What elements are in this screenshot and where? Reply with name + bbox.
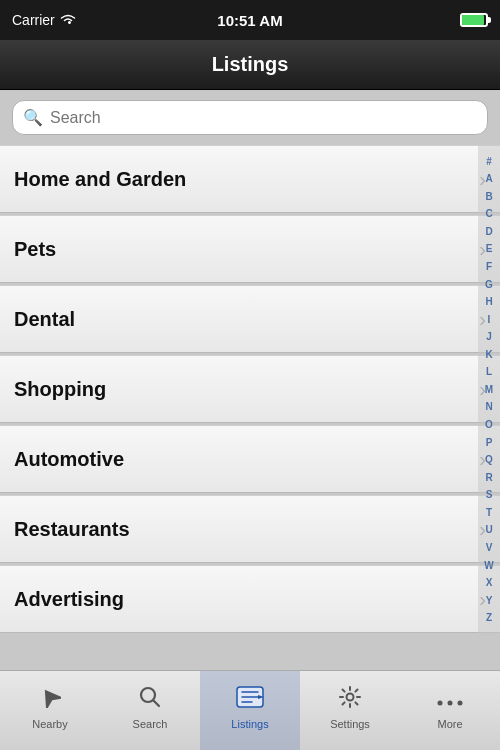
list-item[interactable]: Restaurants › bbox=[0, 495, 500, 563]
tab-nearby-label: Nearby bbox=[32, 718, 67, 730]
search-container: 🔍 bbox=[0, 90, 500, 145]
category-list: Home and Garden › Pets › Dental › Shoppi… bbox=[0, 145, 500, 635]
alpha-letter-S[interactable]: S bbox=[486, 490, 493, 500]
search-icon: 🔍 bbox=[23, 108, 43, 127]
tab-bar: Nearby Search Listings bbox=[0, 670, 500, 750]
alpha-letter-P[interactable]: P bbox=[486, 438, 493, 448]
alpha-letter-B[interactable]: B bbox=[485, 192, 492, 202]
alpha-letter-T[interactable]: T bbox=[486, 508, 492, 518]
alpha-letter-C[interactable]: C bbox=[485, 209, 492, 219]
tab-listings-label: Listings bbox=[231, 718, 268, 730]
svg-point-8 bbox=[347, 693, 354, 700]
alpha-letter-Y[interactable]: Y bbox=[486, 596, 493, 606]
svg-point-11 bbox=[458, 700, 463, 705]
list-item[interactable]: Automotive › bbox=[0, 425, 500, 493]
alpha-letter-W[interactable]: W bbox=[484, 561, 493, 571]
nav-bar: Listings bbox=[0, 40, 500, 90]
svg-point-10 bbox=[448, 700, 453, 705]
list-item[interactable]: Pets › bbox=[0, 215, 500, 283]
page-title: Listings bbox=[212, 53, 289, 76]
svg-point-9 bbox=[438, 700, 443, 705]
alpha-letter-R[interactable]: R bbox=[485, 473, 492, 483]
tab-more[interactable]: More bbox=[400, 671, 500, 750]
time-display: 10:51 AM bbox=[217, 12, 282, 29]
list-item[interactable]: Advertising › bbox=[0, 565, 500, 633]
tab-search[interactable]: Search bbox=[100, 671, 200, 750]
status-bar: Carrier 10:51 AM bbox=[0, 0, 500, 40]
search-bar[interactable]: 🔍 bbox=[12, 100, 488, 135]
wifi-icon bbox=[60, 12, 76, 28]
tab-search-label: Search bbox=[133, 718, 168, 730]
alpha-letter-#[interactable]: # bbox=[486, 157, 492, 167]
alpha-letter-H[interactable]: H bbox=[485, 297, 492, 307]
more-icon bbox=[437, 686, 463, 714]
list-item[interactable]: Home and Garden › bbox=[0, 145, 500, 213]
alpha-letter-D[interactable]: D bbox=[485, 227, 492, 237]
nearby-icon bbox=[39, 686, 61, 714]
search-input[interactable] bbox=[50, 109, 477, 127]
tab-settings-label: Settings bbox=[330, 718, 370, 730]
alpha-letter-X[interactable]: X bbox=[486, 578, 493, 588]
list-item[interactable]: Shopping › bbox=[0, 355, 500, 423]
battery-icon bbox=[460, 13, 488, 27]
alpha-letter-J[interactable]: J bbox=[486, 332, 492, 342]
alpha-index[interactable]: #ABCDEFGHIJKLMNOPQRSTUVWXYZ bbox=[478, 145, 500, 635]
tab-nearby[interactable]: Nearby bbox=[0, 671, 100, 750]
alpha-letter-G[interactable]: G bbox=[485, 280, 493, 290]
svg-marker-0 bbox=[39, 686, 61, 708]
alpha-letter-U[interactable]: U bbox=[485, 525, 492, 535]
alpha-letter-A[interactable]: A bbox=[485, 174, 492, 184]
alpha-letter-Z[interactable]: Z bbox=[486, 613, 492, 623]
alpha-letter-O[interactable]: O bbox=[485, 420, 493, 430]
list-and-index: Home and Garden › Pets › Dental › Shoppi… bbox=[0, 145, 500, 635]
tab-more-label: More bbox=[437, 718, 462, 730]
alpha-letter-I[interactable]: I bbox=[488, 315, 491, 325]
svg-line-2 bbox=[154, 700, 160, 706]
alpha-letter-N[interactable]: N bbox=[485, 402, 492, 412]
alpha-letter-K[interactable]: K bbox=[485, 350, 492, 360]
alpha-letter-Q[interactable]: Q bbox=[485, 455, 493, 465]
listings-tab-icon bbox=[236, 686, 264, 714]
tab-listings[interactable]: Listings bbox=[200, 671, 300, 750]
tab-settings[interactable]: Settings bbox=[300, 671, 400, 750]
alpha-letter-V[interactable]: V bbox=[486, 543, 493, 553]
carrier-label: Carrier bbox=[12, 12, 76, 28]
list-item[interactable]: Dental › bbox=[0, 285, 500, 353]
settings-icon bbox=[339, 686, 361, 714]
alpha-letter-E[interactable]: E bbox=[486, 244, 493, 254]
alpha-letter-F[interactable]: F bbox=[486, 262, 492, 272]
alpha-letter-L[interactable]: L bbox=[486, 367, 492, 377]
alpha-letter-M[interactable]: M bbox=[485, 385, 493, 395]
search-tab-icon bbox=[139, 686, 161, 714]
